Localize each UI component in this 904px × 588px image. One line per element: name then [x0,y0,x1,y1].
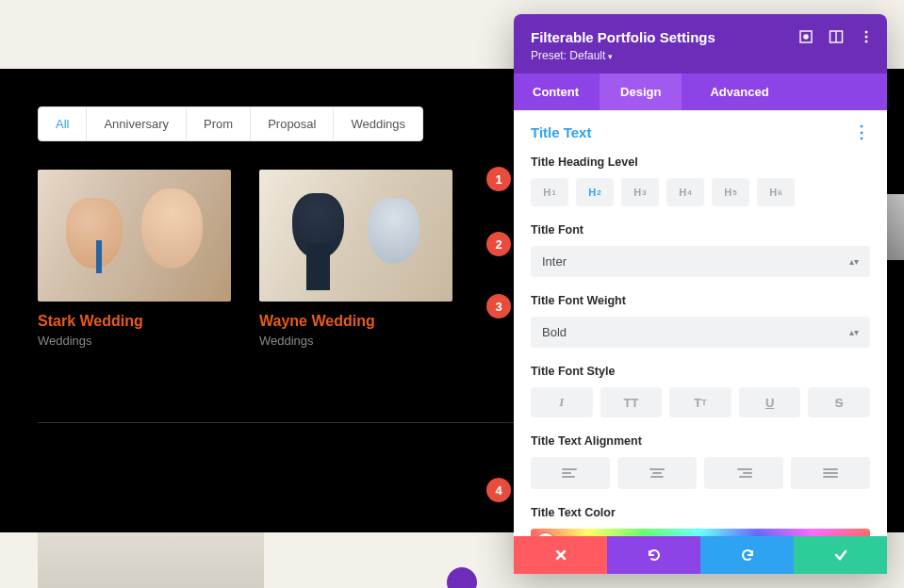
label-heading-level: Title Heading Level [531,155,870,169]
label-font-weight: Title Font Weight [531,294,870,307]
label-title-font: Title Font [531,223,870,237]
heading-h3[interactable]: H3 [621,178,659,206]
section-menu-icon[interactable]: ⋮ [853,122,870,142]
svg-point-6 [865,41,868,43]
panel-body: Title Text ⋮ Title Heading Level H1 H2 H… [514,110,887,536]
undo-icon [646,547,663,564]
field-text-alignment: Title Text Alignment [531,434,870,489]
font-style-options: I TT TT U S [531,387,870,417]
align-right-button[interactable] [704,457,783,489]
tab-content[interactable]: Content [514,74,600,110]
alignment-options [531,457,870,489]
heading-level-options: H1 H2 H3 H4 H5 H6 [531,178,870,206]
field-title-font-style: Title Font Style I TT TT U S [531,365,870,417]
panel-footer [514,536,887,574]
save-button[interactable] [794,536,887,574]
svg-point-5 [865,36,868,39]
italic-button[interactable]: I [531,387,593,417]
color-picker[interactable]: ✓ [531,529,870,536]
portfolio-title: Wayne Wedding [259,313,452,330]
annotation-badge-1: 1 [486,167,511,191]
settings-panel: Filterable Portfolio Settings Preset: De… [514,14,887,574]
uppercase-button[interactable]: TT [600,387,663,417]
panel-header-actions [798,29,874,44]
portfolio-item[interactable]: Wayne Wedding Weddings [259,170,452,348]
portfolio-item[interactable]: Stark Wedding Weddings [38,170,231,348]
filter-proposal[interactable]: Proposal [251,107,334,140]
field-title-font-weight: Title Font Weight Bold ▴▾ [531,294,870,348]
portfolio-thumbnail [38,170,231,302]
filter-anniversary[interactable]: Anniversary [87,107,187,140]
portfolio-grid: Stark Wedding Weddings Wayne Wedding Wed… [38,170,504,348]
color-gradient-overlay [531,529,870,536]
undo-button[interactable] [607,536,700,574]
heading-h2[interactable]: H2 [576,178,614,206]
font-value: Inter [542,254,567,269]
image-detail [96,240,102,273]
svg-point-4 [865,31,868,34]
close-button[interactable] [514,536,607,574]
section-title-text[interactable]: Title Text [531,124,591,140]
section-title-row: Title Text ⋮ [531,122,870,142]
portfolio-category: Weddings [38,334,231,348]
panel-header: Filterable Portfolio Settings Preset: De… [514,14,887,74]
heading-h1[interactable]: H1 [531,178,568,206]
heading-h4[interactable]: H4 [666,178,704,206]
label-text-color: Title Text Color [531,506,870,519]
font-weight-value: Bold [542,325,567,339]
label-alignment: Title Text Alignment [531,434,870,448]
portfolio-thumbnail [259,170,452,302]
heading-h6[interactable]: H6 [757,178,795,206]
font-weight-select[interactable]: Bold ▴▾ [531,317,870,348]
underline-button[interactable]: U [739,387,801,417]
panel-tabs: Content Design Advanced [514,74,887,110]
annotation-badge-2: 2 [486,232,511,256]
heading-h5[interactable]: H5 [712,178,749,206]
filter-weddings[interactable]: Weddings [334,107,422,140]
more-icon[interactable] [859,29,874,44]
tab-advanced[interactable]: Advanced [682,74,789,110]
portfolio-filter-bar: All Anniversary Prom Proposal Weddings [38,106,423,141]
svg-point-1 [804,35,808,39]
align-justify-button[interactable] [791,457,870,489]
label-font-style: Title Font Style [531,365,870,378]
smallcaps-button[interactable]: TT [669,387,731,417]
module-add-button[interactable] [447,567,477,588]
layout-icon[interactable] [829,29,844,44]
redo-icon [739,547,756,564]
field-heading-level: Title Heading Level H1 H2 H3 H4 H5 H6 [531,155,870,206]
portfolio-title: Stark Wedding [38,313,231,330]
preset-selector[interactable]: Preset: Default [531,49,870,62]
filter-prom[interactable]: Prom [187,107,251,140]
annotation-badge-3: 3 [486,294,511,318]
portfolio-category: Weddings [259,334,452,348]
chevron-updown-icon: ▴▾ [849,257,859,267]
image-detail [306,243,330,290]
align-center-button[interactable] [617,457,697,489]
check-icon [833,547,848,563]
align-left-button[interactable] [531,457,610,489]
filter-all[interactable]: All [39,107,87,140]
tab-design[interactable]: Design [600,74,682,110]
chevron-updown-icon: ▴▾ [849,328,859,337]
strikethrough-button[interactable]: S [808,387,870,417]
field-text-color: Title Text Color ✓ [531,506,870,536]
portfolio-preview: All Anniversary Prom Proposal Weddings S… [0,69,504,348]
title-font-select[interactable]: Inter ▴▾ [531,246,870,277]
redo-button[interactable] [700,536,794,574]
below-fold-thumbnail [38,532,264,588]
fullscreen-icon[interactable] [798,29,814,44]
field-title-font: Title Font Inter ▴▾ [531,223,870,277]
close-icon [554,548,567,562]
annotation-badge-4: 4 [486,478,511,502]
